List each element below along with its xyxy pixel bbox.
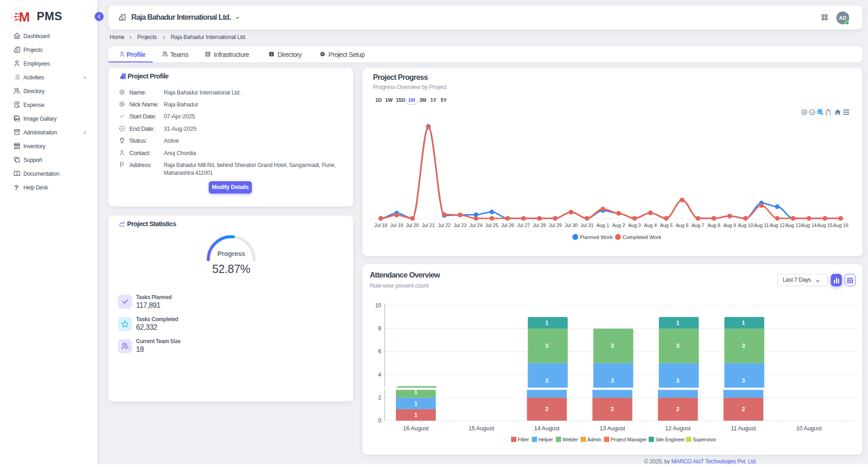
svg-text:Jul 28: Jul 28 [533, 222, 546, 228]
svg-text:Aug 5: Aug 5 [660, 222, 673, 228]
svg-text:Jul 22: Jul 22 [438, 222, 451, 228]
svg-text:Aug 8: Aug 8 [707, 222, 720, 228]
svg-text:2: 2 [742, 406, 745, 412]
svg-text:16 August: 16 August [403, 425, 429, 432]
svg-text:Jul 21: Jul 21 [422, 222, 435, 228]
svg-text:Jul 25: Jul 25 [485, 222, 498, 228]
svg-text:Helper: Helper [539, 437, 553, 442]
svg-text:Aug 14: Aug 14 [801, 222, 817, 228]
svg-text:M: M [19, 10, 30, 24]
svg-text:Aug 12: Aug 12 [769, 222, 785, 228]
svg-text:3: 3 [545, 378, 549, 384]
svg-text:Jul 18: Jul 18 [374, 222, 387, 228]
svg-text:Aug 4: Aug 4 [644, 222, 657, 228]
svg-text:6: 6 [378, 348, 381, 355]
svg-text:Fitter: Fitter [518, 437, 529, 442]
svg-text:Site Engineer: Site Engineer [655, 437, 685, 442]
svg-text:3: 3 [742, 378, 745, 384]
svg-text:Jul 20: Jul 20 [406, 222, 419, 228]
svg-text:3: 3 [611, 343, 614, 349]
svg-text:Aug 2: Aug 2 [612, 222, 625, 228]
svg-text:Aug 10: Aug 10 [738, 222, 753, 228]
svg-text:1: 1 [742, 320, 745, 326]
svg-text:15 August: 15 August [468, 425, 494, 432]
svg-text:3: 3 [676, 343, 679, 349]
svg-text:Aug 3: Aug 3 [628, 222, 641, 228]
svg-text:Aug 13: Aug 13 [785, 222, 801, 228]
svg-text:3: 3 [545, 343, 549, 349]
svg-text:3: 3 [742, 343, 745, 349]
svg-text:Jul 19: Jul 19 [390, 222, 403, 228]
svg-text:13 August: 13 August [600, 425, 625, 432]
svg-text:Supervisor: Supervisor [693, 437, 717, 442]
svg-text:1: 1 [545, 320, 549, 326]
svg-text:1: 1 [676, 320, 679, 326]
svg-text:Aug 7: Aug 7 [692, 222, 705, 228]
svg-text:Aug 9: Aug 9 [723, 222, 736, 228]
svg-text:3: 3 [611, 378, 614, 384]
svg-text:Jul 29: Jul 29 [549, 222, 562, 228]
svg-text:Welder: Welder [562, 437, 578, 442]
svg-text:8: 8 [378, 325, 381, 332]
svg-text:Jul 31: Jul 31 [580, 222, 593, 228]
svg-text:Aug 16: Aug 16 [833, 222, 849, 228]
svg-text:2: 2 [378, 395, 381, 401]
svg-text:Aug 11: Aug 11 [754, 222, 769, 228]
svg-text:1: 1 [414, 400, 417, 407]
svg-text:4: 4 [378, 372, 381, 378]
svg-text:Aug 15: Aug 15 [817, 222, 833, 228]
svg-text:10 August: 10 August [796, 425, 822, 432]
svg-text:14 August: 14 August [534, 425, 560, 432]
svg-text:Aug 1: Aug 1 [596, 222, 609, 228]
svg-text:2: 2 [611, 406, 614, 412]
svg-text:Jul 27: Jul 27 [517, 222, 530, 228]
svg-text:Jul 23: Jul 23 [454, 222, 467, 228]
svg-text:12 August: 12 August [665, 425, 691, 432]
svg-text:0: 0 [378, 417, 381, 424]
svg-text:2: 2 [545, 406, 549, 412]
svg-text:2: 2 [676, 406, 679, 412]
svg-text:1: 1 [414, 412, 417, 418]
svg-text:3: 3 [676, 378, 679, 384]
svg-text:Admin: Admin [587, 437, 601, 442]
svg-text:Completed Work: Completed Work [623, 234, 662, 240]
svg-text:1: 1 [414, 389, 417, 395]
svg-text:11 August: 11 August [731, 425, 756, 432]
svg-text:Jul 24: Jul 24 [469, 222, 482, 228]
svg-text:Project Manager: Project Manager [611, 437, 647, 442]
svg-text:Planned Work: Planned Work [580, 234, 613, 240]
svg-text:Aug 6: Aug 6 [676, 222, 689, 228]
svg-text:Jul 26: Jul 26 [501, 222, 514, 228]
svg-text:Jul 30: Jul 30 [565, 222, 578, 228]
svg-text:10: 10 [375, 302, 382, 309]
